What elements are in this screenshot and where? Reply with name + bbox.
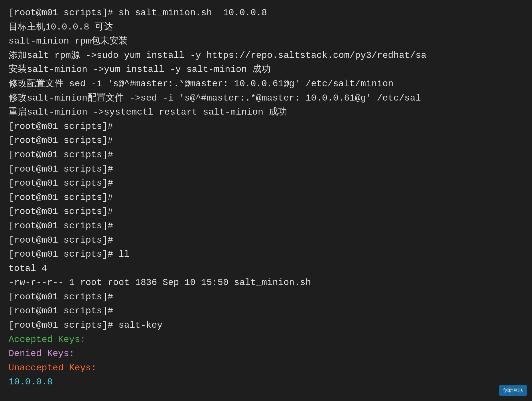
terminal-line-line17: [root@m01 scripts]# [9,233,523,247]
terminal-line-line13: [root@m01 scripts]# [9,176,523,190]
terminal-line-line12: [root@m01 scripts]# [9,162,523,176]
terminal-line-line10: [root@m01 scripts]# [9,133,523,148]
terminal-line-line2: 目标主机10.0.0.8 可达 [9,20,523,34]
terminal-line-line19: total 4 [9,262,523,276]
terminal-line-line11: [root@m01 scripts]# [9,148,523,162]
terminal-line-line18: [root@m01 scripts]# ll [9,247,523,262]
terminal-line-line25: Denied Keys: [9,347,523,361]
terminal-line-line14: [root@m01 scripts]# [9,190,523,205]
terminal-line-line7: 修改salt-minion配置文件 ->sed -i 's@^#master:.… [9,91,523,105]
terminal-line-line26: Unaccepted Keys: [9,361,523,375]
terminal-line-line24: Accepted Keys: [9,333,523,347]
terminal-line-line15: [root@m01 scripts]# [9,205,523,219]
terminal-line-line27: 10.0.0.8 [9,375,523,389]
terminal-line-line9: [root@m01 scripts]# [9,119,523,134]
watermark: 创新互联 [499,385,527,396]
terminal-line-line20: -rw-r--r-- 1 root root 1836 Sep 10 15:50… [9,276,523,290]
terminal-line-line5: 安装salt-minion ->yum install -y salt-mini… [9,62,523,77]
terminal-line-line16: [root@m01 scripts]# [9,219,523,233]
terminal-line-line22: [root@m01 scripts]# [9,304,523,318]
terminal-line-line3: salt-minion rpm包未安装 [9,34,523,48]
terminal-window: [root@m01 scripts]# sh salt_minion.sh 10… [9,6,523,389]
terminal-line-line21: [root@m01 scripts]# [9,290,523,304]
terminal-line-line23: [root@m01 scripts]# salt-key [9,318,523,333]
terminal-line-line1: [root@m01 scripts]# sh salt_minion.sh 10… [9,6,523,20]
terminal-line-line8: 重启salt-minion ->systemctl restart salt-m… [9,105,523,119]
terminal-line-line6: 修改配置文件 sed -i 's@^#master:.*@master: 10.… [9,77,523,91]
terminal-line-line4: 添加salt rpm源 ->sudo yum install -y https:… [9,48,523,63]
